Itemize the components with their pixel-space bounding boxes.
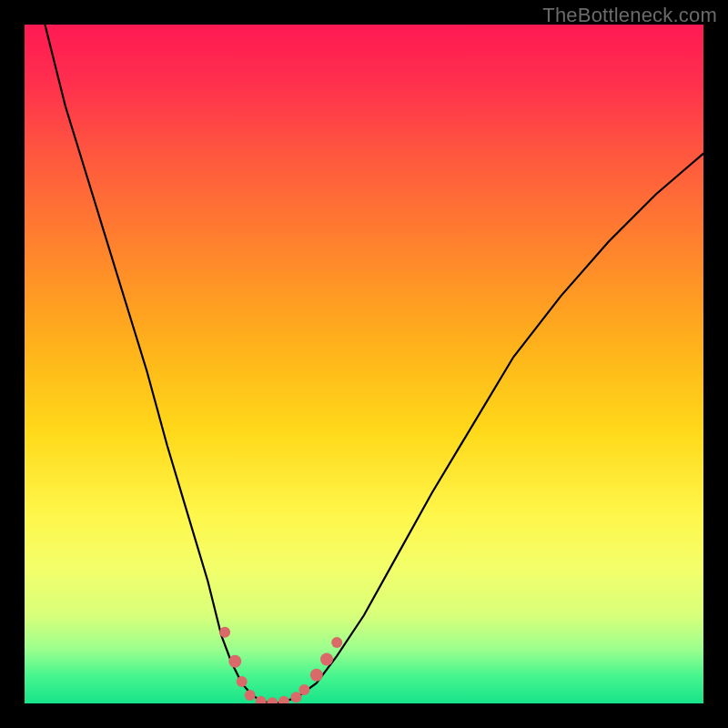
marker-dot xyxy=(278,696,289,703)
marker-dot xyxy=(245,690,256,701)
curves-svg xyxy=(25,25,703,703)
marker-dot xyxy=(290,692,301,703)
left-curve xyxy=(45,25,276,703)
marker-dot xyxy=(228,655,241,668)
marker-dot xyxy=(320,653,333,666)
marker-dot xyxy=(310,669,323,682)
marker-dot xyxy=(331,637,342,648)
curve-markers xyxy=(219,627,342,703)
marker-dot xyxy=(267,697,278,703)
marker-dot xyxy=(256,696,267,703)
marker-dot xyxy=(219,627,230,638)
chart-frame: TheBottleneck.com xyxy=(0,0,728,728)
right-curve xyxy=(276,154,703,703)
marker-dot xyxy=(237,676,248,687)
marker-dot xyxy=(298,684,309,695)
plot-area xyxy=(25,25,703,703)
